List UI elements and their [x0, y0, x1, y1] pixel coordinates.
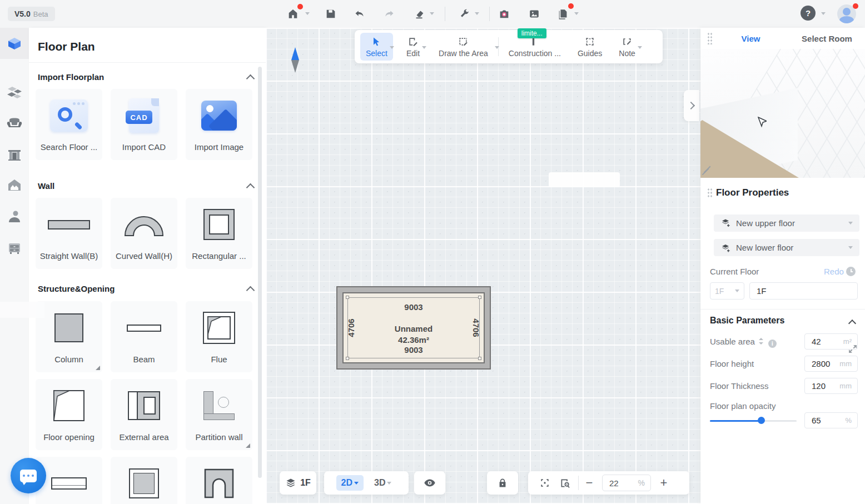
eraser-button[interactable]: [411, 5, 429, 23]
drag-handle[interactable]: [707, 32, 713, 44]
draw-area-caret-icon[interactable]: [495, 46, 499, 49]
item-beam[interactable]: Beam: [111, 301, 177, 372]
basic-parameters-collapse-icon[interactable]: [849, 319, 856, 326]
history-clock-icon[interactable]: [846, 267, 856, 276]
floor-name-input[interactable]: [750, 286, 857, 296]
mode-3d-button[interactable]: 3D: [369, 475, 396, 491]
preview-resize-handle[interactable]: [703, 164, 713, 174]
room-unnamed[interactable]: 9003 9003 4706 4706 Unnamed 42.36m²: [336, 286, 491, 370]
item-column[interactable]: Column: [36, 301, 102, 372]
limited-badge: limite...: [518, 28, 546, 38]
item-floor-opening[interactable]: Floor opening: [36, 379, 102, 450]
section-structure-opening[interactable]: Structure&Opening: [38, 284, 115, 293]
draw-area-tool-button[interactable]: Draw the Area: [433, 33, 494, 61]
rail-item-floor-plan[interactable]: [0, 28, 29, 59]
rail-item-cabinet[interactable]: [0, 232, 29, 263]
tools-button[interactable]: [455, 5, 473, 23]
select-caret-icon[interactable]: [390, 46, 394, 49]
floor-select-dropdown[interactable]: 1F: [710, 282, 744, 300]
mode-2d-button[interactable]: 2D: [336, 475, 364, 491]
bay-window-icon: [129, 468, 159, 498]
floor-height-input[interactable]: [811, 358, 835, 369]
mode-3d-label: 3D: [374, 478, 385, 488]
undo-button[interactable]: [351, 5, 369, 23]
section-collapse-icon[interactable]: [247, 285, 255, 293]
home-button[interactable]: [284, 5, 302, 23]
zoom-in-button[interactable]: +: [657, 476, 671, 490]
more-options-icon[interactable]: [96, 366, 100, 370]
item-import-cad[interactable]: CAD Import CAD: [111, 89, 177, 160]
help-caret-icon[interactable]: [821, 12, 826, 15]
rail-item-customize[interactable]: [0, 170, 29, 201]
item-partition-wall[interactable]: Partition wall: [186, 379, 252, 450]
gallery-button[interactable]: [525, 5, 543, 23]
redo-link[interactable]: Redo: [824, 267, 844, 276]
drag-handle[interactable]: [707, 188, 713, 198]
guides-tool-button[interactable]: Guides: [572, 33, 608, 61]
panel-scrollbar[interactable]: [258, 67, 262, 500]
item-flue[interactable]: Flue: [186, 301, 252, 372]
view-3d-preview[interactable]: [700, 49, 865, 178]
construction-tool-button[interactable]: Construction ... limite...: [503, 33, 566, 61]
item-search-floorplan[interactable]: Search Floor ...: [36, 89, 102, 160]
new-upper-floor-button[interactable]: New upper floor: [714, 214, 859, 232]
rail-item-people[interactable]: [0, 201, 29, 232]
scrollbar-thumb[interactable]: [258, 67, 262, 478]
opacity-slider-knob[interactable]: [758, 417, 765, 424]
opacity-slider[interactable]: [710, 417, 797, 425]
item-straight-wall[interactable]: Straight Wall(B): [36, 198, 102, 269]
rail-item-doorway[interactable]: [0, 139, 29, 170]
chat-support-button[interactable]: [11, 458, 46, 493]
new-lower-floor-button[interactable]: New lower floor: [714, 239, 859, 256]
item-rectangular-wall[interactable]: Rectangular ...: [186, 198, 252, 269]
lock-button[interactable]: [487, 471, 518, 495]
render-camera-button[interactable]: [495, 5, 513, 23]
north-compass-icon: [291, 47, 299, 73]
opacity-input[interactable]: [811, 415, 835, 426]
section-collapse-icon[interactable]: [247, 73, 255, 81]
edit-tool-button[interactable]: Edit: [401, 33, 425, 61]
rail-item-furniture[interactable]: [0, 108, 29, 139]
home-caret-icon[interactable]: [305, 12, 310, 15]
section-collapse-icon[interactable]: [247, 182, 255, 190]
redo-button[interactable]: [380, 5, 398, 23]
item-import-image[interactable]: Import Image: [186, 89, 252, 160]
section-wall[interactable]: Wall: [38, 181, 54, 191]
note-tool-button[interactable]: Note: [613, 33, 641, 61]
note-caret-icon[interactable]: [638, 46, 642, 49]
item-bay-window[interactable]: [111, 457, 177, 504]
right-panel: View Select Room Floor Properties New up…: [700, 28, 865, 504]
sort-toggle-icon[interactable]: [758, 338, 764, 345]
floor-switch-button[interactable]: 1F: [280, 471, 316, 495]
select-tool-button[interactable]: Select: [360, 33, 393, 61]
tab-view[interactable]: View: [713, 34, 789, 43]
usable-area-input[interactable]: [811, 336, 835, 347]
edit-caret-icon[interactable]: [422, 46, 426, 49]
documents-button[interactable]: [554, 5, 572, 23]
tab-select-room[interactable]: Select Room: [789, 34, 865, 43]
help-button[interactable]: ?: [801, 6, 816, 21]
zoom-to-area-button[interactable]: [555, 477, 575, 489]
fit-view-button[interactable]: [535, 477, 555, 488]
new-upper-floor-label: New upper floor: [736, 218, 795, 228]
beam-icon: [127, 325, 161, 332]
eraser-caret-icon[interactable]: [430, 12, 434, 15]
visibility-button[interactable]: [414, 471, 445, 495]
section-import-floorplan[interactable]: Import Floorplan: [38, 72, 104, 82]
more-options-icon[interactable]: [246, 443, 250, 448]
right-panel-collapse-button[interactable]: [684, 90, 699, 121]
zoom-level-input[interactable]: [608, 478, 627, 488]
zoom-out-button[interactable]: −: [582, 476, 596, 490]
info-icon[interactable]: i: [768, 340, 777, 348]
document-caret-icon[interactable]: [574, 12, 579, 15]
item-arch-door[interactable]: [186, 457, 252, 504]
tools-caret-icon[interactable]: [475, 12, 479, 15]
item-window[interactable]: [36, 457, 102, 504]
panel-title: Floor Plan: [38, 40, 95, 53]
rail-item-flooring[interactable]: [0, 77, 29, 108]
floor-thickness-input[interactable]: [811, 381, 835, 391]
save-button[interactable]: [322, 5, 340, 23]
item-curved-wall[interactable]: Curved Wall(H): [111, 198, 177, 269]
item-external-area[interactable]: External area: [111, 379, 177, 450]
document-notification-dot: [568, 3, 574, 9]
